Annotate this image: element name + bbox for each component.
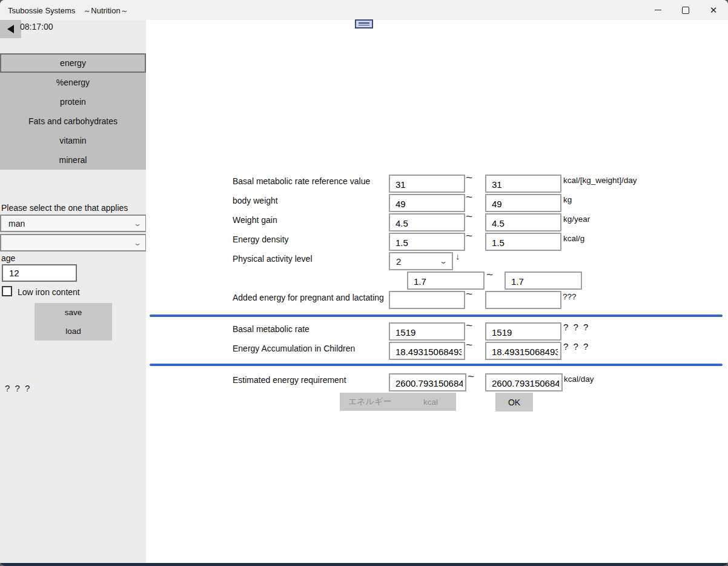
field-label: Basal metabolic rate reference value bbox=[233, 176, 370, 186]
field-label: Estimated energy requirement bbox=[233, 375, 346, 385]
drag-handle-icon[interactable] bbox=[355, 19, 373, 28]
body-weight-min-input[interactable] bbox=[389, 194, 465, 212]
low-iron-label: Low iron content bbox=[18, 287, 80, 297]
physical-activity-value: 2 bbox=[396, 256, 440, 267]
field-label: Weight gain bbox=[233, 215, 277, 225]
unknown-label: ? ? ? bbox=[5, 383, 31, 393]
weight-gain-min-input[interactable] bbox=[389, 213, 465, 231]
chevron-down-icon: ⌄ bbox=[133, 219, 142, 228]
select-prompt-label: Please select the one that applies bbox=[1, 203, 128, 213]
unit-label: ? ? ? bbox=[563, 341, 589, 351]
unit-label: kg/year bbox=[563, 215, 590, 224]
nav-item-fats-carbohydrates[interactable]: Fats and carbohydrates bbox=[0, 112, 146, 131]
maximize-button[interactable] bbox=[672, 0, 700, 20]
unit-label: ? ? ? bbox=[563, 322, 589, 332]
energy-density-min-input[interactable] bbox=[389, 233, 465, 251]
energy-display-label: エネルギー bbox=[348, 396, 391, 407]
energy-accumulation-min-input[interactable] bbox=[389, 342, 465, 360]
energy-kcal-display: エネルギー kcal bbox=[340, 393, 456, 411]
energy-display-unit: kcal bbox=[423, 398, 438, 407]
chevron-down-icon: ⌄ bbox=[133, 239, 142, 247]
pal-max-input[interactable] bbox=[505, 271, 582, 290]
taskbar-edge bbox=[0, 563, 728, 566]
added-energy-max-input[interactable] bbox=[485, 291, 561, 309]
field-label: Basal metabolic rate bbox=[233, 324, 309, 334]
field-label: Energy Accumulation in Children bbox=[233, 344, 355, 353]
ok-button[interactable]: OK bbox=[495, 393, 533, 411]
range-tilde: ~ bbox=[466, 190, 472, 204]
range-tilde: ~ bbox=[466, 287, 472, 301]
save-button[interactable]: save bbox=[35, 303, 112, 322]
nav-item-energy[interactable]: energy bbox=[0, 53, 146, 73]
minimize-icon bbox=[655, 10, 661, 10]
nav-item-vitamin[interactable]: vitamin bbox=[0, 131, 146, 150]
window-title: Tsubossie Systems ～Nutrition～ bbox=[8, 5, 128, 16]
range-tilde: ~ bbox=[466, 171, 472, 184]
unit-label: kcal/[kg_weight]/day bbox=[563, 176, 637, 185]
eer-max-input[interactable] bbox=[485, 373, 563, 391]
energy-accumulation-max-input[interactable] bbox=[485, 342, 561, 360]
close-button[interactable]: ✕ bbox=[700, 0, 727, 20]
field-label: Physical activity level bbox=[233, 254, 313, 264]
down-arrow-icon: ↓ bbox=[455, 251, 460, 261]
bmr-reference-min-input[interactable] bbox=[389, 175, 465, 193]
category-select[interactable]: ⌄ bbox=[0, 234, 146, 251]
field-label: Energy density bbox=[233, 235, 289, 244]
clock-display: 08:17:00 bbox=[20, 22, 53, 32]
chevron-down-icon: ⌄ bbox=[439, 257, 448, 265]
added-energy-min-input[interactable] bbox=[389, 291, 465, 309]
section-divider bbox=[150, 315, 723, 317]
unit-label: kcal/g bbox=[563, 234, 584, 243]
range-tilde: ~ bbox=[466, 338, 472, 351]
field-label: body weight bbox=[233, 196, 278, 205]
eer-min-input[interactable] bbox=[389, 373, 466, 391]
sidebar: 08:17:00 energy %energy protein Fats and… bbox=[0, 20, 146, 566]
range-tilde: ~ bbox=[466, 319, 472, 332]
gender-select-value: man bbox=[8, 219, 134, 228]
pal-min-input[interactable] bbox=[407, 271, 485, 290]
range-tilde: ~ bbox=[468, 370, 474, 383]
unit-label: kg bbox=[563, 195, 572, 204]
bmr-result-min-input[interactable] bbox=[389, 322, 465, 341]
title-bar: Tsubossie Systems ～Nutrition～ ✕ bbox=[0, 0, 728, 20]
load-button[interactable]: load bbox=[35, 322, 112, 341]
close-icon: ✕ bbox=[710, 5, 718, 15]
age-input[interactable] bbox=[2, 264, 77, 282]
nav-item-percent-energy[interactable]: %energy bbox=[0, 73, 146, 92]
range-tilde: ~ bbox=[466, 210, 472, 223]
nav-item-mineral[interactable]: mineral bbox=[0, 150, 146, 170]
back-button[interactable] bbox=[0, 20, 21, 38]
minimize-button[interactable] bbox=[644, 0, 672, 20]
gender-select[interactable]: man ⌄ bbox=[0, 215, 146, 232]
range-tilde: ~ bbox=[486, 268, 493, 281]
back-arrow-icon bbox=[7, 25, 14, 33]
bmr-reference-max-input[interactable] bbox=[485, 175, 561, 193]
field-label: Added energy for pregnant and lactating bbox=[233, 293, 384, 302]
app-window: Tsubossie Systems ～Nutrition～ ✕ 08:17:00… bbox=[0, 0, 728, 566]
energy-density-max-input[interactable] bbox=[485, 233, 561, 251]
bmr-result-max-input[interactable] bbox=[485, 322, 561, 341]
unit-label: kcal/day bbox=[564, 375, 594, 384]
nav-item-protein[interactable]: protein bbox=[0, 92, 146, 112]
low-iron-checkbox[interactable] bbox=[2, 286, 12, 296]
section-divider bbox=[150, 364, 723, 366]
weight-gain-max-input[interactable] bbox=[485, 213, 561, 231]
nutrient-nav: energy %energy protein Fats and carbohyd… bbox=[0, 53, 146, 170]
physical-activity-select[interactable]: 2 ⌄ bbox=[389, 252, 453, 270]
range-tilde: ~ bbox=[466, 229, 472, 242]
maximize-icon bbox=[682, 7, 689, 14]
unit-label: ??? bbox=[563, 292, 577, 301]
age-label: age bbox=[1, 253, 15, 263]
body-weight-max-input[interactable] bbox=[485, 194, 561, 212]
